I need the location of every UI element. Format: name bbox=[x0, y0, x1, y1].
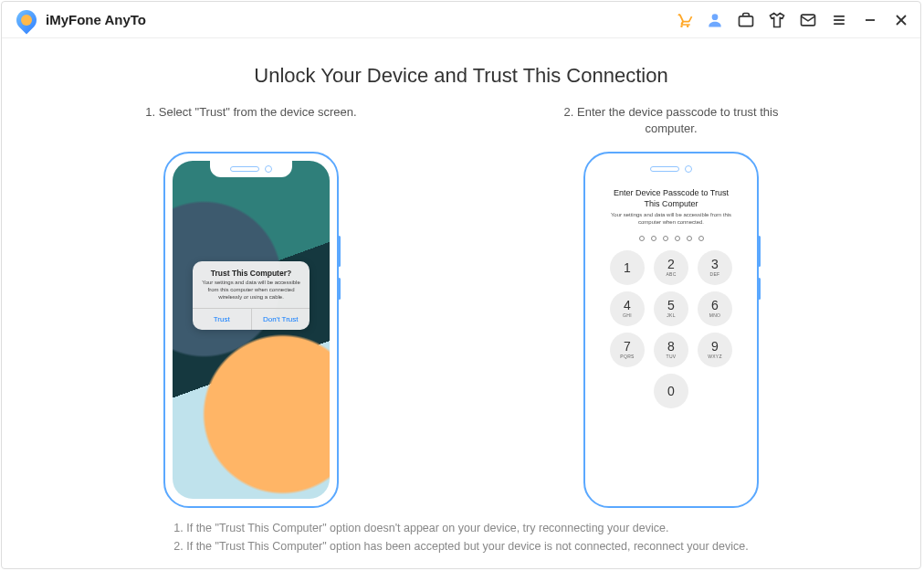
keypad-spacer bbox=[610, 374, 645, 408]
keypad-key-number: 8 bbox=[667, 340, 675, 353]
passcode-dots bbox=[639, 236, 704, 241]
app-logo-icon bbox=[12, 5, 40, 34]
phone-side-button-icon bbox=[338, 236, 341, 267]
trust-button[interactable]: Trust bbox=[193, 309, 251, 330]
passcode-screen: Enter Device Passcode to Trust This Comp… bbox=[593, 161, 750, 499]
keypad-key-number: 5 bbox=[667, 299, 675, 312]
keypad-spacer bbox=[698, 374, 732, 408]
svg-point-1 bbox=[687, 25, 689, 26]
minimize-button[interactable] bbox=[860, 10, 880, 30]
keypad-key-number: 0 bbox=[667, 385, 675, 397]
footer-notes: 1. If the "Trust This Computer" option d… bbox=[173, 519, 748, 555]
keypad-key-1[interactable]: 1 bbox=[610, 250, 645, 285]
keypad-key-number: 7 bbox=[624, 340, 631, 353]
svg-point-0 bbox=[680, 25, 683, 26]
dont-trust-button[interactable]: Don't Trust bbox=[251, 309, 310, 330]
keypad-key-letters: TUV bbox=[667, 354, 677, 359]
phone-side-button-icon bbox=[758, 236, 761, 267]
keypad-key-letters: WXYZ bbox=[708, 354, 722, 359]
step-1: 1. Select "Trust" from the device screen… bbox=[123, 104, 379, 508]
titlebar: iMyFone AnyTo bbox=[2, 2, 920, 38]
keypad-key-number: 9 bbox=[711, 340, 719, 353]
keypad-key-letters: PQRS bbox=[620, 354, 634, 359]
keypad-key-7[interactable]: 7PQRS bbox=[610, 333, 645, 367]
passcode-title: Enter Device Passcode to Trust This Comp… bbox=[593, 188, 750, 209]
titlebar-buttons bbox=[674, 10, 911, 30]
keypad-key-letters: ABC bbox=[666, 271, 676, 277]
close-button[interactable] bbox=[891, 10, 911, 30]
passcode-dot-icon bbox=[639, 236, 645, 241]
user-icon[interactable] bbox=[705, 10, 725, 30]
svg-rect-3 bbox=[740, 16, 753, 26]
keypad-key-letters: DEF bbox=[710, 271, 720, 277]
app-window: iMyFone AnyTo bbox=[1, 1, 921, 569]
keypad-key-number: 3 bbox=[711, 258, 719, 270]
briefcase-icon[interactable] bbox=[736, 10, 756, 30]
shirt-icon[interactable] bbox=[767, 10, 787, 30]
step-2: 2. Enter the device passcode to trust th… bbox=[543, 104, 799, 508]
step-1-label: 1. Select "Trust" from the device screen… bbox=[145, 104, 356, 137]
keypad-key-letters: GHI bbox=[623, 312, 632, 318]
phone-mockup-trust: Trust This Computer? Your settings and d… bbox=[163, 152, 339, 508]
passcode-dot-icon bbox=[675, 236, 680, 241]
steps-row: 1. Select "Trust" from the device screen… bbox=[38, 104, 884, 508]
passcode-dot-icon bbox=[663, 236, 668, 241]
menu-icon[interactable] bbox=[829, 10, 849, 30]
trust-dialog-title: Trust This Computer? bbox=[193, 261, 310, 280]
keypad-key-number: 1 bbox=[624, 261, 631, 274]
phone-side-button-icon bbox=[758, 278, 761, 300]
cart-icon[interactable] bbox=[674, 10, 694, 30]
keypad-key-6[interactable]: 6MNO bbox=[698, 291, 732, 326]
footer-note-2: 2. If the "Trust This Computer" option h… bbox=[173, 537, 748, 555]
keypad-key-5[interactable]: 5JKL bbox=[654, 291, 688, 326]
trust-dialog: Trust This Computer? Your settings and d… bbox=[193, 261, 310, 330]
keypad-key-4[interactable]: 4GHI bbox=[610, 291, 645, 326]
keypad-key-letters: MNO bbox=[709, 312, 721, 318]
keypad-key-3[interactable]: 3DEF bbox=[698, 250, 732, 285]
step-2-label: 2. Enter the device passcode to trust th… bbox=[562, 104, 781, 137]
passcode-dot-icon bbox=[651, 236, 656, 241]
keypad-key-8[interactable]: 8TUV bbox=[654, 333, 688, 367]
passcode-message: Your settings and data will be accessibl… bbox=[593, 209, 750, 232]
keypad-key-0[interactable]: 0 bbox=[654, 374, 688, 408]
keypad-key-9[interactable]: 9WXYZ bbox=[698, 333, 732, 367]
mail-icon[interactable] bbox=[798, 10, 818, 30]
page-title: Unlock Your Device and Trust This Connec… bbox=[254, 64, 667, 88]
keypad-key-number: 6 bbox=[711, 299, 719, 312]
keypad: 12ABC3DEF4GHI5JKL6MNO7PQRS8TUV9WXYZ0 bbox=[610, 250, 732, 408]
footer-note-1: 1. If the "Trust This Computer" option d… bbox=[173, 519, 748, 537]
keypad-key-2[interactable]: 2ABC bbox=[654, 250, 688, 285]
phone-side-button-icon bbox=[338, 278, 341, 300]
svg-point-2 bbox=[712, 14, 719, 20]
keypad-key-number: 2 bbox=[667, 258, 675, 270]
app-title: iMyFone AnyTo bbox=[46, 12, 146, 27]
phone-notch-icon bbox=[210, 161, 292, 177]
keypad-key-number: 4 bbox=[624, 299, 631, 312]
main-content: Unlock Your Device and Trust This Connec… bbox=[2, 38, 920, 568]
trust-dialog-message: Your settings and data will be accessibl… bbox=[193, 280, 310, 308]
phone-mockup-passcode: Enter Device Passcode to Trust This Comp… bbox=[583, 152, 759, 508]
keypad-key-letters: JKL bbox=[667, 312, 676, 318]
passcode-dot-icon bbox=[687, 236, 692, 241]
passcode-dot-icon bbox=[698, 236, 704, 241]
phone-notch-icon bbox=[630, 161, 712, 177]
